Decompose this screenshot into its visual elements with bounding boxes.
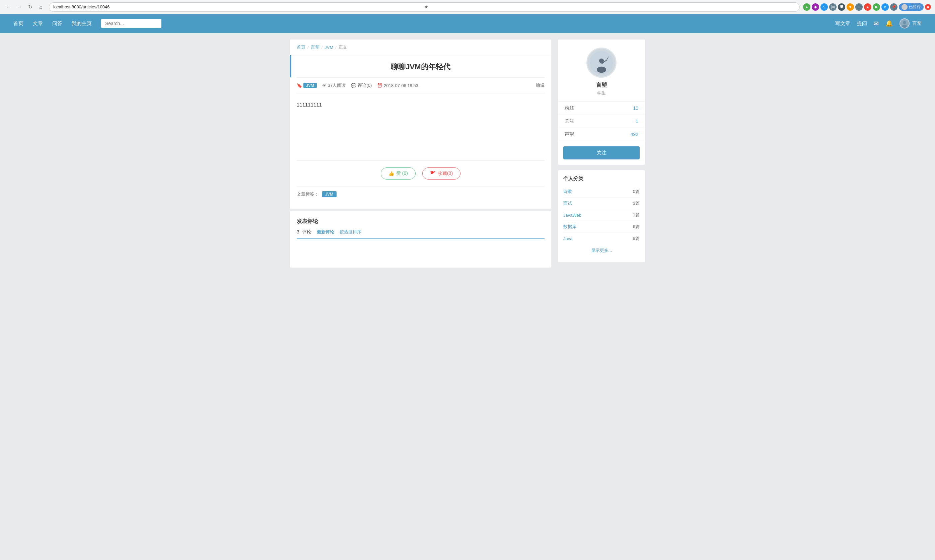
ask-btn[interactable]: 提问 <box>857 20 867 27</box>
collect-button[interactable]: 🚩 收藏(0) <box>422 168 460 180</box>
ext-play[interactable]: ▶ <box>873 3 880 11</box>
user-area[interactable]: 言塑 <box>900 18 921 28</box>
stat-reputation: 声望 492 <box>558 128 645 141</box>
meta-tag[interactable]: 🔖 JVM <box>297 83 317 88</box>
collect-label: 收藏(0) <box>438 171 453 177</box>
category-count-4: 9篇 <box>633 235 640 242</box>
back-button[interactable]: ← <box>4 2 14 12</box>
breadcrumb-user[interactable]: 言塑 <box>311 44 320 50</box>
browser-chrome: ← → ↻ ⌂ localhost:8080/articles/10046 ★ … <box>0 0 935 14</box>
article-body-text: 111111111 <box>297 102 322 108</box>
breadcrumb-category[interactable]: JVM <box>324 45 333 50</box>
ext-red-dot[interactable]: ● <box>925 4 931 10</box>
main-container: 首页 / 言塑 / JVM / 正文 聊聊JVM的年轻代 🔖 JVM 👁 <box>283 33 652 274</box>
ext-green[interactable]: ● <box>803 3 810 11</box>
ext-badge[interactable]: b <box>881 3 889 11</box>
paused-label: 已暂停 <box>909 4 921 10</box>
flag-icon: 🚩 <box>430 171 436 176</box>
paused-badge[interactable]: 已暂停 <box>899 3 924 11</box>
tags-label: 文章标签： <box>297 191 318 197</box>
fans-label: 粉丝 <box>564 105 574 111</box>
tag-pill[interactable]: JVM <box>322 191 337 197</box>
nav-articles[interactable]: 文章 <box>33 20 43 27</box>
ext-down[interactable]: ↓ <box>855 3 863 11</box>
tag-badge: JVM <box>303 83 317 88</box>
article-title-bar: 聊聊JVM的年轻代 <box>297 55 544 78</box>
profile-card: 言塑 学生 粉丝 10 关注 1 声望 492 关注 <box>558 40 645 165</box>
like-button[interactable]: 👍 赞 (0) <box>381 168 415 180</box>
comment-count-bar: 3 评论 最新评论 按热度排序 <box>297 229 544 239</box>
category-item-4[interactable]: Java9篇 <box>563 233 640 244</box>
ext-purple[interactable]: ◆ <box>812 3 819 11</box>
reputation-value: 492 <box>631 132 638 137</box>
nav-home[interactable]: 首页 <box>14 20 23 27</box>
sep2: / <box>321 45 323 50</box>
profile-name: 言塑 <box>596 82 607 89</box>
address-bar[interactable]: localhost:8080/articles/10046 ★ <box>49 2 800 12</box>
ext-blue-s[interactable]: S <box>820 3 828 11</box>
category-count-0: 0篇 <box>633 189 640 195</box>
nav-questions[interactable]: 问答 <box>52 20 62 27</box>
article-meta: 🔖 JVM 👁 37人阅读 💬 评论(0) ⏰ 2018-07-06 19:53… <box>297 78 544 94</box>
ext-pin[interactable]: 📌 <box>890 3 898 11</box>
article-tags: 文章标签： JVM <box>297 186 544 202</box>
breadcrumb-current: 正文 <box>338 44 347 50</box>
ext-shield[interactable]: ⛊ <box>838 3 845 11</box>
show-more-btn[interactable]: 显示更多... <box>563 244 640 257</box>
mail-icon[interactable]: ✉ <box>874 20 879 27</box>
category-item-2[interactable]: JavaWeb1篇 <box>563 209 640 221</box>
follow-button[interactable]: 关注 <box>563 146 640 159</box>
categories-title: 个人分类 <box>563 175 640 182</box>
article-content: 聊聊JVM的年轻代 🔖 JVM 👁 37人阅读 💬 评论(0) ⏰ <box>290 55 551 209</box>
breadcrumb-home[interactable]: 首页 <box>297 44 305 50</box>
category-section: 个人分类 诗歌0篇面试3篇JavaWeb1篇数据库6篇Java9篇 显示更多..… <box>558 170 645 262</box>
search-input[interactable] <box>101 19 161 28</box>
meta-date: ⏰ 2018-07-06 19:53 <box>377 83 418 88</box>
svg-point-1 <box>903 21 906 24</box>
meta-views: 👁 37人阅读 <box>322 82 346 88</box>
ext-red-circle[interactable]: ● <box>864 3 871 11</box>
clock-icon: ⏰ <box>377 83 383 88</box>
fans-value: 10 <box>633 106 638 111</box>
site-header: 首页 文章 问答 我的主页 写文章 提问 ✉ 🔔 言塑 <box>0 14 935 33</box>
category-item-1[interactable]: 面试3篇 <box>563 198 640 209</box>
ext-orange[interactable]: ▼ <box>847 3 854 11</box>
user-avatar-chrome <box>901 4 907 10</box>
comment-count: 3 评论 <box>297 229 311 235</box>
reload-button[interactable]: ↻ <box>25 2 35 12</box>
category-name-1: 面试 <box>563 200 572 206</box>
forward-button[interactable]: → <box>15 2 24 12</box>
sidebar: 言塑 学生 粉丝 10 关注 1 声望 492 关注 <box>558 40 645 268</box>
home-button[interactable]: ⌂ <box>36 2 46 12</box>
profile-role: 学生 <box>597 90 606 96</box>
category-count-3: 6篇 <box>633 224 640 230</box>
comments-text: 评论(0) <box>358 82 372 88</box>
category-item-0[interactable]: 诗歌0篇 <box>563 186 640 198</box>
article-actions: 👍 赞 (0) 🚩 收藏(0) <box>297 160 544 186</box>
article-area: 首页 / 言塑 / JVM / 正文 聊聊JVM的年轻代 🔖 JVM 👁 <box>290 40 551 268</box>
article-title: 聊聊JVM的年轻代 <box>391 63 450 71</box>
bell-icon[interactable]: 🔔 <box>886 20 893 27</box>
write-article-btn[interactable]: 写文章 <box>835 20 850 27</box>
url-text: localhost:8080/articles/10046 <box>53 5 424 9</box>
profile-stats: 粉丝 10 关注 1 声望 492 <box>558 102 645 141</box>
category-item-3[interactable]: 数据库6篇 <box>563 221 640 233</box>
nav-my-home[interactable]: 我的主页 <box>72 20 92 27</box>
comment-title: 发表评论 <box>297 218 544 225</box>
like-label: 赞 (0) <box>396 171 408 177</box>
ext-radio[interactable]: (a) <box>829 3 837 11</box>
categories-card: 个人分类 诗歌0篇面试3篇JavaWeb1篇数据库6篇Java9篇 显示更多..… <box>558 170 645 262</box>
stat-fans: 粉丝 10 <box>558 102 645 115</box>
header-right: 写文章 提问 ✉ 🔔 言塑 <box>835 18 921 28</box>
sep1: / <box>308 45 309 50</box>
breadcrumb: 首页 / 言塑 / JVM / 正文 <box>290 40 551 55</box>
sort-hot[interactable]: 按热度排序 <box>340 229 361 235</box>
user-name-header: 言塑 <box>912 20 921 26</box>
edit-link[interactable]: 编辑 <box>536 82 544 88</box>
profile-avatar <box>586 48 617 78</box>
count-unit: 评论 <box>302 229 311 234</box>
sort-newest[interactable]: 最新评论 <box>317 229 334 235</box>
bookmark-icon[interactable]: ★ <box>424 5 795 9</box>
reputation-label: 声望 <box>564 131 574 137</box>
meta-comments: 💬 评论(0) <box>351 82 372 88</box>
